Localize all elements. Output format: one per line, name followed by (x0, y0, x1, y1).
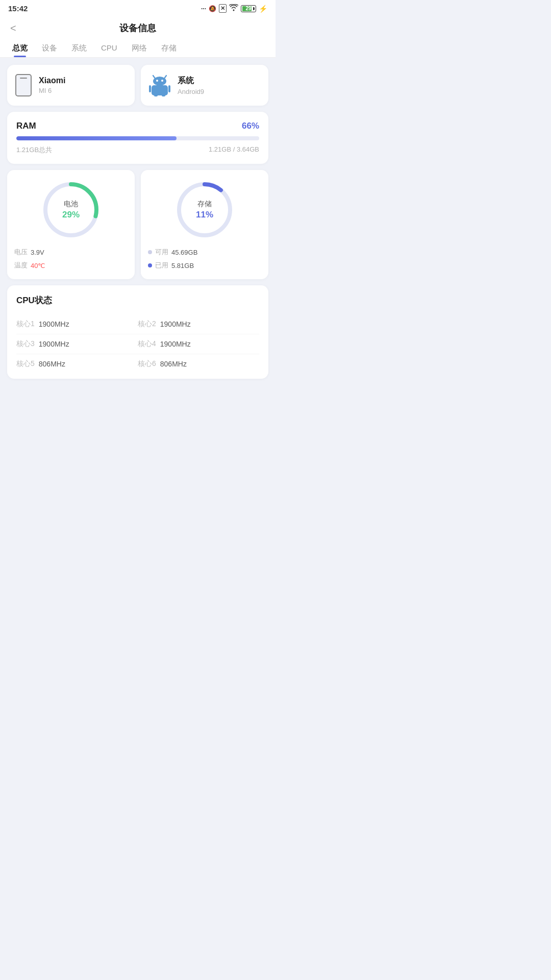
svg-rect-8 (154, 94, 158, 96)
avail-row: 可用 45.69GB (148, 248, 261, 257)
signal-icon: ··· (201, 5, 206, 12)
svg-point-3 (156, 80, 158, 82)
status-bar: 15:42 ··· 🔕 ✕ 29 ⚡ (0, 0, 276, 16)
avail-dot (148, 250, 152, 254)
storage-label: 存储 11% (196, 200, 213, 220)
battery-circle: 电池 29% (40, 179, 102, 240)
cpu-section: CPU状态 核心1 1900MHz 核心2 1900MHz 核心3 1900MH… (7, 285, 268, 379)
status-time: 15:42 (8, 4, 28, 13)
core6-value: 806MHz (160, 360, 187, 368)
tab-network[interactable]: 网络 (124, 38, 154, 57)
ram-label: RAM (16, 121, 36, 131)
device-card: Xiaomi MI 6 (7, 65, 135, 106)
cpu-core-6: 核心6 806MHz (138, 354, 259, 374)
svg-rect-9 (162, 94, 165, 96)
tab-device[interactable]: 设备 (35, 38, 64, 57)
back-button[interactable]: < (10, 22, 16, 34)
cpu-title: CPU状态 (16, 295, 259, 306)
system-card: 系统 Android9 (141, 65, 268, 106)
tab-overview[interactable]: 总览 (5, 38, 35, 57)
wifi-icon (229, 4, 238, 13)
ram-used: 1.21GB / 3.64GB (209, 145, 259, 155)
device-name: Xiaomi (39, 76, 65, 85)
battery-card: 电池 29% 电压 3.9V 温度 40℃ (7, 170, 135, 279)
used-dot (148, 263, 152, 267)
android-icon (149, 74, 170, 96)
battery-details: 电压 3.9V 温度 40℃ (14, 248, 128, 270)
svg-rect-7 (168, 85, 170, 92)
battery-indicator: 29 (241, 5, 256, 12)
ram-details: 1.21GB总共 1.21GB / 3.64GB (16, 145, 259, 155)
ram-percent: 66% (242, 121, 259, 131)
cpu-core-3: 核心3 1900MHz (16, 334, 138, 354)
device-model: MI 6 (39, 87, 65, 94)
storage-circle: 存储 11% (174, 179, 235, 240)
battery-title: 电池 (62, 200, 80, 209)
tab-bar: 总览 设备 系统 CPU 网络 存储 (0, 38, 276, 58)
cpu-core-5: 核心5 806MHz (16, 354, 138, 374)
core5-value: 806MHz (39, 360, 65, 368)
battery-percent: 29% (62, 210, 80, 220)
core4-value: 1900MHz (160, 340, 191, 348)
svg-rect-6 (149, 85, 151, 92)
svg-rect-5 (152, 85, 168, 95)
storage-details: 可用 45.69GB 已用 5.81GB (148, 248, 261, 270)
cpu-core-2: 核心2 1900MHz (138, 314, 259, 334)
temp-label: 温度 (14, 261, 28, 270)
core3-label: 核心3 (16, 339, 35, 349)
tab-system[interactable]: 系统 (64, 38, 94, 57)
voltage-label: 电压 (14, 248, 28, 257)
core6-label: 核心6 (138, 359, 156, 369)
system-info: 系统 Android9 (178, 76, 204, 95)
cpu-core-4: 核心4 1900MHz (138, 334, 259, 354)
os-label: 系统 (178, 76, 204, 86)
phone-icon (15, 74, 32, 96)
status-icons: ··· 🔕 ✕ 29 ⚡ (201, 4, 267, 13)
temp-value: 40℃ (31, 262, 45, 270)
core4-label: 核心4 (138, 339, 156, 349)
battery-storage-row: 电池 29% 电压 3.9V 温度 40℃ (7, 170, 268, 279)
core1-value: 1900MHz (39, 320, 69, 328)
temp-row: 温度 40℃ (14, 261, 128, 270)
core1-label: 核心1 (16, 320, 35, 329)
storage-title: 存储 (196, 200, 213, 209)
svg-point-4 (161, 80, 163, 82)
main-content: Xiaomi MI 6 (0, 58, 276, 389)
device-info: Xiaomi MI 6 (39, 76, 65, 94)
charging-icon: ⚡ (259, 5, 267, 13)
used-label: 已用 (155, 261, 168, 270)
svg-point-2 (153, 77, 166, 86)
cpu-grid: 核心1 1900MHz 核心2 1900MHz 核心3 1900MHz 核心4 … (16, 314, 259, 374)
avail-value: 45.69GB (171, 249, 197, 256)
core5-label: 核心5 (16, 359, 35, 369)
core2-label: 核心2 (138, 320, 156, 329)
ram-total: 1.21GB总共 (16, 145, 52, 155)
battery-tip (253, 7, 255, 10)
ram-progress-fill (16, 136, 177, 140)
voltage-row: 电压 3.9V (14, 248, 128, 257)
storage-card: 存储 11% 可用 45.69GB 已用 5.81GB (141, 170, 268, 279)
battery-text: 29 (245, 6, 251, 11)
used-value: 5.81GB (171, 262, 194, 270)
ram-header: RAM 66% (16, 121, 259, 131)
device-system-row: Xiaomi MI 6 (7, 65, 268, 106)
avail-label: 可用 (155, 248, 168, 257)
os-value: Android9 (178, 88, 204, 95)
tab-cpu[interactable]: CPU (94, 38, 124, 57)
core2-value: 1900MHz (160, 320, 191, 328)
core3-value: 1900MHz (39, 340, 69, 348)
sim-icon: ✕ (219, 4, 227, 13)
page-title: 设备信息 (119, 22, 156, 34)
header: < 设备信息 (0, 16, 276, 38)
battery-label: 电池 29% (62, 200, 80, 220)
storage-percent: 11% (196, 210, 213, 220)
ram-card: RAM 66% 1.21GB总共 1.21GB / 3.64GB (7, 112, 268, 164)
voltage-value: 3.9V (31, 249, 44, 256)
tab-storage[interactable]: 存储 (154, 38, 184, 57)
used-row: 已用 5.81GB (148, 261, 261, 270)
alarm-icon: 🔕 (209, 5, 216, 12)
ram-progress-bar (16, 136, 259, 140)
cpu-core-1: 核心1 1900MHz (16, 314, 138, 334)
